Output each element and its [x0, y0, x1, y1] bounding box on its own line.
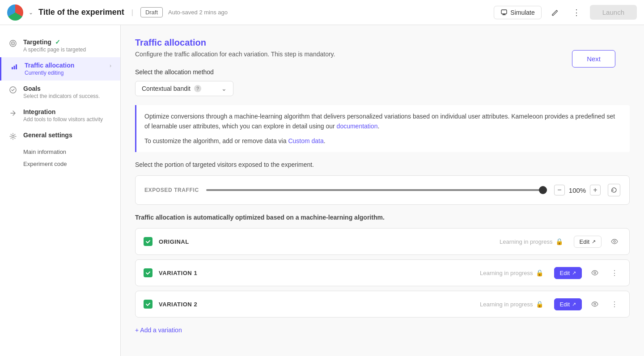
next-button[interactable]: Next — [572, 50, 615, 68]
original-check-icon — [144, 237, 153, 246]
algo-note: Traffic allocation is automatically opti… — [135, 214, 630, 221]
goals-sub: Select the indicators of success. — [23, 93, 111, 99]
variation1-preview-button[interactable] — [588, 266, 602, 280]
content-wrapper: Next Traffic allocation Configure the tr… — [135, 38, 630, 338]
variation1-lock-icon: 🔒 — [536, 269, 543, 276]
traffic-section-label: Select the portion of targeted visitors … — [135, 161, 630, 168]
eye-icon-v2 — [591, 301, 598, 308]
variation2-more-button[interactable]: ⋮ — [608, 297, 621, 311]
launch-button[interactable]: Launch — [590, 5, 637, 20]
goals-icon — [9, 86, 18, 95]
svg-rect-6 — [16, 64, 17, 69]
variation2-name: VARIATION 2 — [159, 301, 474, 308]
svg-point-7 — [10, 87, 16, 93]
info-line1: Optimize conversions through a machine-l… — [144, 113, 615, 130]
traffic-decrease-button[interactable]: − — [554, 185, 565, 195]
title-divider: | — [131, 8, 133, 17]
sidebar-sub-main-info[interactable]: Main information — [0, 146, 120, 158]
traffic-sub: Currently editing — [25, 70, 104, 76]
integration-sub: Add tools to follow visitors activity — [23, 116, 111, 123]
pencil-icon — [551, 8, 559, 17]
variation2-lock-icon: 🔒 — [536, 301, 543, 308]
original-status: Learning in progress 🔒 — [500, 238, 563, 245]
method-value: Contextual bandit — [142, 85, 191, 92]
sidebar-item-integration[interactable]: Integration Add tools to follow visitors… — [0, 104, 120, 127]
info-line2: To customize the algorithm, add or remov… — [144, 137, 287, 144]
sidebar-sub-experiment-code[interactable]: Experiment code — [0, 158, 120, 170]
settings-icon — [9, 132, 18, 141]
traffic-slider[interactable] — [206, 189, 547, 191]
sidebar: Targeting ✓ A specific page is targeted … — [0, 25, 121, 356]
simulate-icon — [500, 9, 508, 16]
original-lock-icon: 🔒 — [555, 238, 563, 245]
documentation-link[interactable]: documentation — [337, 123, 378, 130]
original-preview-button[interactable] — [608, 235, 621, 248]
variation2-preview-button[interactable] — [588, 297, 602, 311]
sidebar-chevron-icon: › — [110, 63, 111, 69]
variation2-edit-external-icon: ↗ — [572, 301, 576, 307]
original-name: ORIGINAL — [159, 238, 493, 245]
content-area: Next Traffic allocation Configure the tr… — [121, 25, 644, 356]
variation2-edit-button[interactable]: Edit ↗ — [554, 298, 582, 310]
autosave-text: Auto-saved 2 mins ago — [168, 9, 228, 16]
dropdown-chevron-icon: ⌄ — [221, 85, 227, 92]
main-layout: Targeting ✓ A specific page is targeted … — [0, 25, 644, 356]
svg-rect-4 — [12, 67, 13, 69]
target-icon — [9, 39, 18, 48]
traffic-reset-button[interactable] — [608, 184, 620, 196]
add-variation-label: + Add a variation — [135, 326, 182, 334]
chart-icon — [10, 63, 19, 72]
svg-point-10 — [594, 272, 596, 274]
traffic-value: 100% — [568, 186, 586, 194]
variation-row-1: VARIATION 1 Learning in progress 🔒 Edit … — [135, 259, 630, 286]
original-edit-external-icon: ↗ — [592, 239, 596, 245]
original-edit-button[interactable]: Edit ↗ — [574, 236, 602, 248]
sidebar-item-general-settings[interactable]: General settings — [0, 127, 120, 146]
variation-row-original: ORIGINAL Learning in progress 🔒 Edit ↗ — [135, 228, 630, 255]
logo-chevron-icon[interactable]: ⌄ — [29, 9, 33, 16]
sidebar-item-goals[interactable]: Goals Select the indicators of success. — [0, 81, 120, 104]
svg-point-9 — [614, 241, 615, 242]
eye-icon — [611, 238, 618, 245]
variation2-status: Learning in progress 🔒 — [480, 301, 543, 308]
traffic-increase-button[interactable]: + — [590, 185, 601, 195]
sidebar-item-targeting[interactable]: Targeting ✓ A specific page is targeted — [0, 34, 120, 57]
svg-point-8 — [12, 136, 14, 138]
general-settings-label: General settings — [23, 131, 111, 139]
custom-data-link[interactable]: Custom data — [288, 137, 323, 144]
variation1-edit-button[interactable]: Edit ↗ — [554, 267, 582, 279]
edit-icon-button[interactable] — [547, 4, 563, 21]
method-dropdown[interactable]: Contextual bandit ? ⌄ — [135, 81, 233, 96]
traffic-label: Traffic allocation — [25, 62, 104, 69]
svg-rect-0 — [501, 10, 507, 14]
page-title: Traffic allocation — [135, 38, 630, 48]
integration-label: Integration — [23, 108, 111, 115]
top-header: ⌄ Title of the experiment | Draft Auto-s… — [0, 0, 644, 25]
goals-label: Goals — [23, 85, 111, 92]
more-options-button[interactable]: ⋮ — [568, 4, 585, 21]
variation-row-2: VARIATION 2 Learning in progress 🔒 Edit … — [135, 291, 630, 318]
svg-point-3 — [13, 43, 13, 44]
targeting-sub: A specific page is targeted — [23, 47, 111, 53]
variation2-check-icon — [144, 300, 153, 309]
variation1-edit-external-icon: ↗ — [572, 270, 576, 276]
simulate-button[interactable]: Simulate — [494, 6, 541, 19]
page-subtitle: Configure the traffic allocation for eac… — [135, 51, 630, 58]
variation1-check-icon — [144, 268, 153, 277]
integration-icon — [9, 109, 18, 118]
traffic-box: EXPOSED TRAFFIC − 100% + — [135, 175, 630, 205]
add-variation-button[interactable]: + Add a variation — [135, 322, 630, 338]
variation1-name: VARIATION 1 — [159, 270, 474, 276]
exposed-traffic-label: EXPOSED TRAFFIC — [144, 187, 199, 193]
allocation-section-label: Select the allocation method — [135, 68, 630, 76]
variation1-more-button[interactable]: ⋮ — [608, 266, 621, 280]
status-badge[interactable]: Draft — [140, 7, 163, 17]
info-box: Optimize conversions through a machine-l… — [135, 105, 630, 152]
svg-point-11 — [594, 303, 596, 305]
question-icon[interactable]: ? — [194, 85, 201, 92]
variation1-status: Learning in progress 🔒 — [480, 269, 543, 276]
experiment-title: Title of the experiment — [38, 8, 124, 17]
targeting-check-icon: ✓ — [55, 38, 60, 46]
sidebar-item-traffic-allocation[interactable]: Traffic allocation Currently editing › — [0, 57, 120, 81]
svg-rect-5 — [14, 66, 15, 69]
